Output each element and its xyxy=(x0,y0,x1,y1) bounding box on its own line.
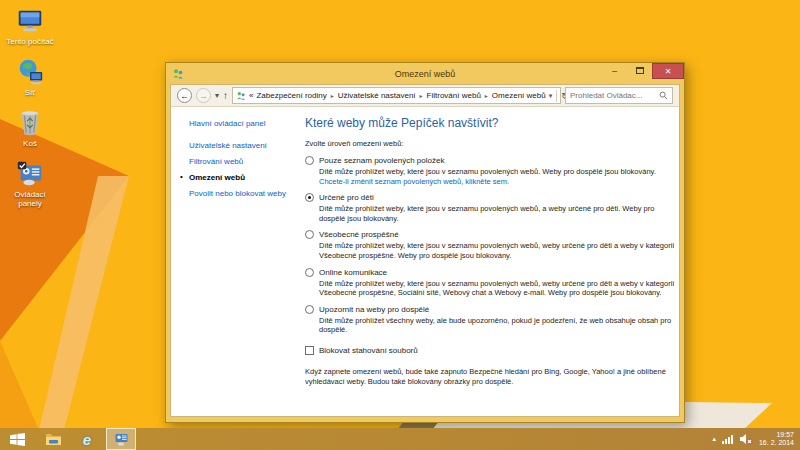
search-icon xyxy=(659,91,668,100)
breadcrumb-separator-icon: ▸ xyxy=(419,92,424,99)
breadcrumb-item[interactable]: Filtrování webů xyxy=(427,91,481,100)
edit-allow-list-link[interactable]: Chcete-li změnit seznam povolených webů,… xyxy=(319,177,677,187)
breadcrumb-separator-icon: ▸ xyxy=(330,92,335,99)
desktop-icon-network[interactable]: Síť xyxy=(2,57,58,97)
option-general-interest: Všeobecné prospěšné Dítě může prohlížet … xyxy=(305,230,677,260)
up-button[interactable]: ↑ xyxy=(223,90,228,101)
minimize-button[interactable]: – xyxy=(602,63,627,78)
option-description: Dítě může prohlížet všechny weby, ale bu… xyxy=(319,316,677,335)
option-warn-adult: Upozornit na weby pro dospělé Dítě může … xyxy=(305,305,677,335)
volume-muted-icon[interactable] xyxy=(739,433,753,445)
family-safety-icon xyxy=(236,91,246,101)
option-child-friendly: Určené pro děti Dítě může prohlížet weby… xyxy=(305,193,677,223)
checkbox-label[interactable]: Blokovat stahování souborů xyxy=(319,346,418,355)
control-panel-icon xyxy=(15,159,45,189)
close-button[interactable]: ✕ xyxy=(652,63,684,79)
desktop-icon-label: Tento počítač xyxy=(6,37,54,46)
recycle-bin-icon xyxy=(15,108,45,138)
navigation-bar: ← → ▾ ↑ « Zabezpečení rodiny ▸ Uživatels… xyxy=(171,85,679,107)
option-description: Dítě může prohlížet weby, které jsou v s… xyxy=(319,204,677,223)
radio-allow-list[interactable] xyxy=(305,156,314,165)
option-label[interactable]: Pouze seznam povolených položek xyxy=(319,156,444,165)
back-button[interactable]: ← xyxy=(177,88,192,103)
maximize-button[interactable] xyxy=(627,63,652,78)
taskbar-internet-explorer[interactable]: e xyxy=(72,428,102,450)
desktop-icon-label: Síť xyxy=(25,88,36,97)
option-online-communication: Online komunikace Dítě může prohlížet we… xyxy=(305,268,677,298)
divider xyxy=(556,90,557,102)
breadcrumb-item[interactable]: Uživatelské nastavení xyxy=(338,91,416,100)
sidebar-item-user-settings[interactable]: Uživatelské nastavení xyxy=(189,141,303,150)
breadcrumb-prefix: « xyxy=(249,91,253,100)
breadcrumb-item[interactable]: Omezení webů xyxy=(492,91,546,100)
titlebar[interactable]: Omezení webů – ✕ xyxy=(166,63,684,84)
tray-overflow-icon[interactable]: ▴ xyxy=(712,435,716,443)
radio-general-interest[interactable] xyxy=(305,230,314,239)
block-downloads-checkbox[interactable] xyxy=(305,346,314,355)
control-panel-icon xyxy=(113,432,130,447)
option-description: Dítě může prohlížet weby, které jsou v s… xyxy=(319,167,677,177)
sidebar-item-home[interactable]: Hlavní ovládací panel xyxy=(189,119,303,128)
desktop-icon-recycle-bin[interactable]: Koš xyxy=(2,108,58,148)
option-label[interactable]: Všeobecné prospěšné xyxy=(319,230,399,239)
window-content: Hlavní ovládací panel Uživatelské nastav… xyxy=(171,107,679,416)
sidebar-item-web-filtering[interactable]: Filtrování webů xyxy=(189,157,303,166)
desktop-icon-label: Koš xyxy=(23,139,37,148)
network-icon xyxy=(15,57,45,87)
search-input[interactable] xyxy=(570,91,656,100)
windows-logo-icon xyxy=(10,433,25,446)
breadcrumb-item[interactable]: Zabezpečení rodiny xyxy=(256,91,326,100)
network-signal-icon[interactable] xyxy=(722,435,733,444)
sidebar: Hlavní ovládací panel Uživatelské nastav… xyxy=(171,107,303,416)
option-description: Dítě může prohlížet weby, které jsou v s… xyxy=(319,241,677,260)
block-downloads-row: Blokovat stahování souborů xyxy=(305,346,677,355)
taskbar: e ▴ 19:57 xyxy=(0,428,800,450)
taskbar-control-panel-active[interactable] xyxy=(106,428,136,450)
internet-explorer-icon: e xyxy=(83,431,91,448)
intro-text: Zvolte úroveň omezení webů: xyxy=(305,139,677,148)
sidebar-item-allow-block[interactable]: Povolit nebo blokovat weby xyxy=(189,189,303,198)
desktop-icon-label: Ovládací panely xyxy=(2,190,58,208)
sidebar-item-web-restrictions-current: •Omezení webů xyxy=(189,173,303,182)
control-panel-window: Omezení webů – ✕ ← → ▾ ↑ xyxy=(165,62,685,423)
taskbar-file-explorer[interactable] xyxy=(38,428,68,450)
caption-buttons: – ✕ xyxy=(602,63,684,84)
maximize-icon xyxy=(636,67,644,74)
option-label[interactable]: Určené pro děti xyxy=(319,193,374,202)
current-page-bullet-icon: • xyxy=(180,172,183,181)
recent-pages-dropdown[interactable]: ▾ xyxy=(215,91,219,100)
desktop-icon-list: Tento počítač Síť Koš xyxy=(2,6,58,208)
page-title: Které weby může Pepíček navštívit? xyxy=(305,116,677,130)
desktop-icon-this-pc[interactable]: Tento počítač xyxy=(2,6,58,46)
address-bar[interactable]: « Zabezpečení rodiny ▸ Uživatelské nasta… xyxy=(232,87,561,104)
start-button[interactable] xyxy=(0,428,34,450)
option-allow-list: Pouze seznam povolených položek Dítě můž… xyxy=(305,156,677,186)
clock-time: 19:57 xyxy=(759,431,794,439)
forward-button[interactable]: → xyxy=(196,88,211,103)
computer-icon xyxy=(15,6,45,36)
safe-search-note: Když zapnete omezení webů, bude také zap… xyxy=(305,367,673,386)
main-pane: Které weby může Pepíček navštívit? Zvolt… xyxy=(303,107,679,416)
radio-child-friendly[interactable] xyxy=(305,193,314,202)
file-explorer-icon xyxy=(45,432,62,446)
breadcrumb-separator-icon: ▸ xyxy=(484,92,489,99)
radio-online-communication[interactable] xyxy=(305,268,314,277)
desktop: Tento počítač Síť Koš xyxy=(0,0,800,450)
address-dropdown-icon[interactable]: ▾ xyxy=(549,92,553,100)
option-label[interactable]: Upozornit na weby pro dospělé xyxy=(319,305,429,314)
desktop-icon-control-panel[interactable]: Ovládací panely xyxy=(2,159,58,208)
clock-date: 16. 2. 2014 xyxy=(759,439,794,447)
search-box[interactable] xyxy=(565,87,673,104)
option-description: Dítě může prohlížet weby, které jsou v s… xyxy=(319,279,677,298)
option-label[interactable]: Online komunikace xyxy=(319,268,387,277)
radio-warn-adult[interactable] xyxy=(305,305,314,314)
taskbar-clock[interactable]: 19:57 16. 2. 2014 xyxy=(759,431,794,447)
window-body: ← → ▾ ↑ « Zabezpečení rodiny ▸ Uživatels… xyxy=(170,84,680,417)
system-tray: ▴ 19:57 16. 2. 2014 xyxy=(712,431,800,447)
